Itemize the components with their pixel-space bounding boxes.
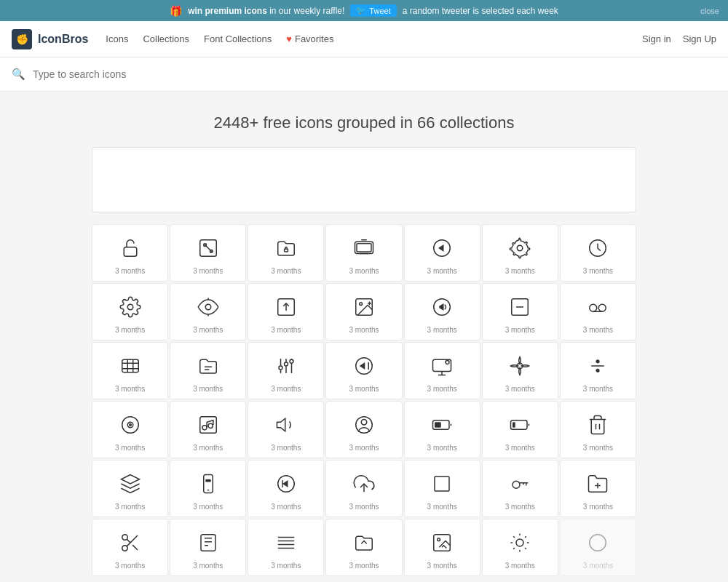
play-back-circle-icon [429,235,455,261]
icon-cell[interactable]: 3 months [560,401,636,458]
icon-label: 3 months [193,503,223,511]
icon-label: 3 months [505,444,535,452]
icon-cell[interactable]: 3 months [92,342,168,399]
square-icon [429,471,455,497]
eye-sparkle-icon [195,294,221,320]
nav-icons[interactable]: Icons [106,33,128,44]
icon-cell[interactable]: 3 months [170,283,246,340]
svg-point-41 [279,366,282,370]
icon-cell[interactable]: 3 months [482,401,558,458]
icon-label: 3 months [427,503,457,511]
svg-rect-5 [284,249,288,252]
tweet-button[interactable]: 🐦 Tweet [350,4,396,17]
svg-point-53 [597,369,600,372]
trash-icon [585,412,611,438]
svg-marker-76 [282,480,288,487]
icon-cell[interactable]: 3 months [404,401,480,458]
icon-label: 3 months [271,503,301,511]
icon-cell[interactable]: 3 months [404,519,480,576]
film-reel-icon [117,353,143,379]
svg-point-15 [205,304,211,310]
icon-cell[interactable]: 3 months [482,342,558,399]
icon-cell[interactable]: 3 months [404,460,480,517]
icon-cell[interactable]: 3 months [248,283,324,340]
icon-cell[interactable]: 3 months [92,283,168,340]
icon-cell[interactable]: 3 months [170,401,246,458]
icon-cell[interactable]: 3 months [170,519,246,576]
voicemail-icon [585,294,611,320]
banner-close-button[interactable]: close [700,7,719,15]
icon-cell[interactable]: 3 months [482,224,558,282]
nav-font-collections[interactable]: Font Collections [204,33,272,44]
disc-icon [117,412,143,438]
sliders-icon [273,353,299,379]
icon-label: 3 months [583,503,613,511]
image-lock-icon [429,530,455,556]
icon-label: 3 months [583,385,613,393]
icon-cell[interactable]: 3 months [92,460,168,517]
nav-collections[interactable]: Collections [143,33,189,44]
icon-label: 3 months [349,444,379,452]
icon-cell[interactable]: 3 months [170,460,246,517]
battery-mid-icon [429,412,455,438]
search-input[interactable] [33,68,716,80]
icon-cell[interactable]: 3 months [248,401,324,458]
icon-cell[interactable]: 3 months [482,460,558,517]
image-settings-icon [351,294,377,320]
icon-cell[interactable]: 3 months [404,224,480,282]
signin-link[interactable]: Sign in [642,33,671,44]
icon-label: 3 months [427,562,457,570]
banner-text: win premium icons in our weekly raffle! [188,6,344,16]
skip-back-circle-icon [273,471,299,497]
icon-cell[interactable]: 3 months [248,519,324,576]
icon-label: 3 months [271,267,301,275]
icon-cell[interactable]: 3 months [248,460,324,517]
icon-cell[interactable]: 3 months [170,224,246,282]
icon-label: 3 months [115,503,145,511]
svg-rect-30 [122,359,138,372]
icon-cell[interactable]: 3 months [560,460,636,517]
icon-cell[interactable]: 3 months [325,342,402,399]
divide-icon [585,353,611,379]
folder-open-icon [585,471,611,497]
icon-label: 3 months [427,385,457,393]
logo[interactable]: ✊ IconBros [12,29,88,49]
monitor-webcam-icon [429,353,455,379]
icon-label: 3 months [583,444,613,452]
svg-point-27 [590,304,597,311]
icon-cell[interactable]: 3 months [325,283,402,340]
icon-cell[interactable]: 3 months [248,224,324,282]
icon-cell[interactable]: 3 months [325,224,402,282]
icon-label: 3 months [505,326,535,334]
icon-cell[interactable]: 3 months [404,342,480,399]
icon-cell[interactable]: 3 months [325,519,402,576]
svg-rect-0 [124,247,137,257]
icon-cell[interactable]: 3 months [325,460,402,517]
icon-cell[interactable]: 3 months [170,342,246,399]
icon-cell[interactable]: 3 months [560,283,636,340]
key-circle-icon [507,471,533,497]
icon-label: 3 months [271,444,301,452]
icon-cell[interactable]: 3 months [560,519,636,576]
icon-cell[interactable]: 3 months [325,401,402,458]
icon-label: 3 months [115,385,145,393]
icon-cell[interactable]: 3 months [560,224,636,282]
icon-cell[interactable]: 3 months [560,342,636,399]
icon-cell[interactable]: 3 months [482,519,558,576]
svg-marker-71 [121,475,139,485]
book-stack-icon [195,530,221,556]
icon-cell[interactable]: 3 months [92,224,168,282]
folder-open2-icon [351,530,377,556]
icon-cell[interactable]: 3 months [92,401,168,458]
cloud-upload-icon [351,471,377,497]
signup-link[interactable]: Sign Up [683,33,716,44]
folder-lock-icon [273,235,299,261]
icon-cell[interactable]: 3 months [404,283,480,340]
icon-label: 3 months [583,267,613,275]
icon-cell[interactable]: 3 months [92,519,168,576]
icon-cell[interactable]: 3 months [248,342,324,399]
nav-favorites[interactable]: ♥ Favorites [286,33,333,44]
banner-random-text: a random tweeter is selected each week [403,6,558,16]
icon-cell[interactable]: 3 months [482,283,558,340]
search-bar: 🔍 [0,57,728,92]
